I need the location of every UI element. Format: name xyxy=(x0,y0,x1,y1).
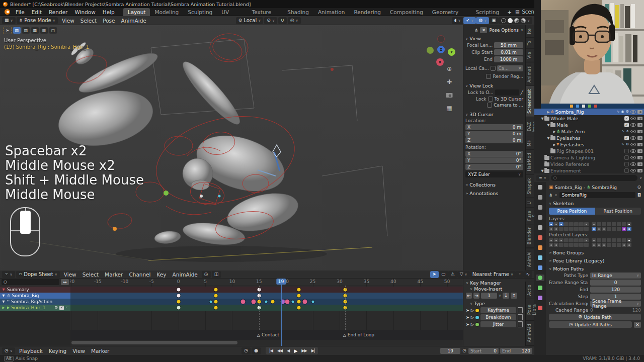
eyedropper-icon[interactable]: ╱ xyxy=(521,90,523,95)
outliner-row[interactable]: ▼Whole Male✓ xyxy=(534,115,644,122)
hide-eye-icon[interactable] xyxy=(630,156,636,159)
layer-cell[interactable] xyxy=(559,222,564,226)
pose-position-button[interactable]: Pose Position xyxy=(549,208,595,215)
transform-orientation[interactable]: ⊘Local∨ xyxy=(236,17,264,24)
properties-tab-world[interactable] xyxy=(536,234,544,241)
update-all-paths-button[interactable]: ◷Update All Paths xyxy=(549,321,632,328)
frame-range-start-field[interactable]: 0 xyxy=(590,280,641,286)
keyframe-key[interactable] xyxy=(271,300,274,304)
channel-row-sombra_rig[interactable]: ▼⋔Sombra_Rig xyxy=(0,293,70,299)
protected-layer-cell[interactable] xyxy=(597,238,601,242)
protected-layer-cell[interactable] xyxy=(559,238,564,242)
to-3d-cursor-checkbox[interactable] xyxy=(488,97,493,102)
wireframe-shading-icon[interactable] xyxy=(501,18,506,23)
n-panel-tab-u[interactable]: U xyxy=(526,198,534,208)
play-button[interactable]: ▶ xyxy=(292,347,299,354)
keyframe-key[interactable] xyxy=(214,288,218,292)
cursor-rot-y[interactable]: Y0° xyxy=(465,157,523,163)
layer-cell[interactable] xyxy=(574,222,579,226)
snap-toggle[interactable]: ∪ xyxy=(278,17,287,24)
disable-render-icon[interactable] xyxy=(637,117,642,120)
properties-tab-bone[interactable] xyxy=(536,285,544,291)
delete-icon[interactable] xyxy=(518,321,523,327)
timeline-menu-marker[interactable]: Marker xyxy=(88,348,112,354)
keyframe-key[interactable] xyxy=(297,306,300,310)
protected-layer-cell[interactable] xyxy=(584,243,589,247)
workspace-tab-modeling[interactable]: Modeling xyxy=(150,8,183,16)
protected-layer-cell[interactable] xyxy=(564,238,569,242)
bone-groups-header[interactable]: Bone Groups xyxy=(553,250,584,255)
current-frame-field[interactable]: 19 xyxy=(440,348,460,354)
editor-type-button[interactable]: ▦∨ xyxy=(2,17,16,24)
solid-shading-icon[interactable] xyxy=(508,18,513,23)
close-icon[interactable]: ✕ xyxy=(480,27,487,33)
workspace-tab-sculpting[interactable]: Sculpting xyxy=(183,8,217,16)
move-insert-header[interactable]: Move-Insert xyxy=(474,286,502,292)
unlock-icon[interactable]: ⌐ xyxy=(65,306,69,310)
layer-cell[interactable] xyxy=(602,222,606,226)
protected-layer-cell[interactable] xyxy=(574,238,579,242)
protected-layer-cell[interactable] xyxy=(617,238,621,242)
layer-cell[interactable] xyxy=(574,227,579,231)
protected-layer-cell[interactable] xyxy=(592,238,596,242)
protected-layer-cell[interactable] xyxy=(622,243,626,247)
workspace-tab-compositing[interactable]: Compositing xyxy=(385,8,428,16)
layer-cell[interactable] xyxy=(569,222,574,226)
delete-icon[interactable] xyxy=(518,314,523,320)
n-panel-tab-ite[interactable]: Ite xyxy=(526,25,534,38)
timeline-marker[interactable]: △End of Loop xyxy=(343,332,374,337)
rest-position-button[interactable]: Rest Position xyxy=(595,208,641,215)
viewport-menu-view[interactable]: View xyxy=(59,18,77,24)
cursor-rot-x[interactable]: X0° xyxy=(465,151,523,157)
lock-to-object-field[interactable] xyxy=(495,89,519,96)
timeline-ruler[interactable]: -20-15-10-505101520253035404550 xyxy=(70,279,463,286)
layered-anim-icon[interactable]: ◫ xyxy=(212,271,221,278)
hide-eye-icon[interactable] xyxy=(630,110,636,114)
layer-cell[interactable] xyxy=(584,227,589,231)
show-overlays-toggle[interactable]: ◍∨ xyxy=(476,17,489,24)
disclosure-icon[interactable]: ▼ xyxy=(546,123,550,127)
wrench-icon[interactable]: ⚙ xyxy=(54,306,58,310)
workspace-tab-rendering[interactable]: Rendering xyxy=(349,8,385,16)
keyframe-ext[interactable] xyxy=(302,300,307,304)
channel-row-summary[interactable]: ▼Summary xyxy=(0,287,70,293)
layer-cell[interactable] xyxy=(607,222,611,226)
dope-sheet-key-area[interactable]: -20-15-10-505101520253035404550 △Contact… xyxy=(70,279,463,346)
protected-layer-cell[interactable] xyxy=(612,243,616,247)
timeline-menu-playback[interactable]: Playback xyxy=(16,348,46,354)
viewport-3d[interactable]: ➤ ▧ ▨ ▩ ▦ ▢ User Perspective (19) Sombra… xyxy=(0,25,525,270)
dope-tab-animaid[interactable]: AnimAid xyxy=(526,321,534,346)
protected-layer-cell[interactable] xyxy=(602,243,606,247)
axis-x-ball[interactable]: X xyxy=(436,58,444,66)
hide-eye-icon[interactable] xyxy=(630,136,636,140)
ortho-grid-icon[interactable]: ▦ xyxy=(445,104,454,113)
properties-tab-view-layer[interactable] xyxy=(536,214,544,221)
keyframe-key[interactable] xyxy=(214,300,218,304)
cursor-loc-y[interactable]: Y0 m xyxy=(465,131,523,137)
visibility-checkbox[interactable] xyxy=(624,155,629,160)
delete-icon[interactable] xyxy=(518,307,523,313)
cursor-loc-x[interactable]: X0 m xyxy=(465,124,523,130)
properties-search-input[interactable]: ○ xyxy=(551,175,637,181)
protected-layer-cell[interactable] xyxy=(549,243,553,247)
breadcrumb-object[interactable]: Sombra_Rig xyxy=(555,185,582,190)
pan-hand-icon[interactable]: ✚ xyxy=(445,77,454,86)
workspace-tab-texture-paint[interactable]: Texture Paint xyxy=(248,8,283,16)
hide-eye-icon[interactable] xyxy=(630,169,636,172)
workspace-tab-shading[interactable]: Shading xyxy=(283,8,313,16)
dope-editor-type-button[interactable]: ⁘∨ xyxy=(2,271,15,278)
disclosure-icon[interactable]: ▼ xyxy=(546,136,550,140)
properties-tab-physics[interactable] xyxy=(536,264,544,271)
protected-layer-cell[interactable] xyxy=(607,238,611,242)
axis-y-ball[interactable]: Y xyxy=(448,48,455,56)
keyframe-ext[interactable] xyxy=(252,300,256,304)
outliner-row[interactable]: ▶▼Eyelashes∿⚙ xyxy=(534,141,644,148)
datablock-name-field[interactable]: SombraRig xyxy=(559,192,635,198)
dope-menu-key[interactable]: Key xyxy=(154,272,170,278)
layer-cell[interactable] xyxy=(627,222,631,226)
layer-cell[interactable] xyxy=(554,227,558,231)
workspace-tab-animation[interactable]: Animation xyxy=(313,8,350,16)
proportional-edit-button[interactable]: ◎∨ xyxy=(288,17,301,24)
protected-layer-cell[interactable] xyxy=(612,238,616,242)
select-box-icon[interactable]: ▧ xyxy=(13,27,21,34)
